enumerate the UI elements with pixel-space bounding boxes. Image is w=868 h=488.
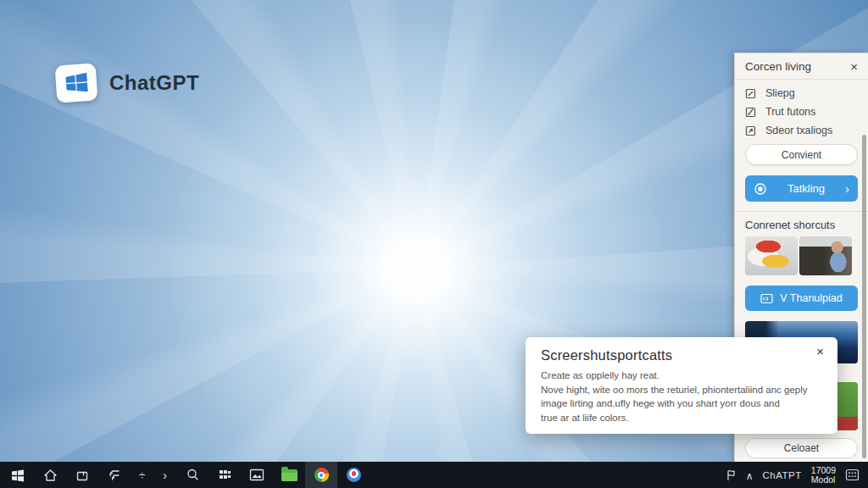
dialog-body-line: Nove hight, wite oo mors the returiel, p… bbox=[541, 383, 822, 397]
sidebar-title: Corcen living bbox=[745, 60, 850, 73]
folder-icon bbox=[281, 469, 298, 481]
dialog-body-line: image lirting and.ufly hege with you sha… bbox=[541, 396, 822, 411]
tray-app-label[interactable]: ChATPT bbox=[763, 470, 802, 480]
start-icon bbox=[11, 469, 25, 482]
close-icon[interactable]: × bbox=[816, 345, 824, 358]
sidebar-header: Corcen living × bbox=[735, 53, 868, 79]
screen: ChatGPT Corcen living × Sliepg Trut futo bbox=[0, 0, 868, 488]
taskbar: ÷ › bbox=[0, 462, 868, 488]
chevron-right-icon: › bbox=[163, 469, 167, 482]
editing-button[interactable]: Tatkling › bbox=[745, 175, 858, 202]
package-icon bbox=[75, 469, 89, 482]
thumbnail-icon bbox=[760, 293, 773, 304]
sidebar-item-sdeor-txaliogs[interactable]: Sdeor txaliogs bbox=[745, 121, 858, 140]
edit-pencil-icon bbox=[745, 107, 756, 118]
apps-grid-icon bbox=[218, 469, 232, 481]
shortcuts-section-header: Conrenet shorcuts bbox=[735, 212, 868, 235]
thumbnail-button-label: V Thanulpiad bbox=[780, 292, 842, 304]
share-arrows-button[interactable] bbox=[98, 462, 131, 488]
woman-kitchen-photo[interactable] bbox=[799, 236, 852, 275]
home-icon bbox=[43, 469, 58, 482]
divide-icon: ÷ bbox=[139, 469, 146, 482]
chrome-button[interactable] bbox=[305, 462, 337, 488]
divide-button[interactable]: ÷ bbox=[131, 462, 153, 488]
sidebar-item-label: Sdeor txaliogs bbox=[765, 125, 832, 136]
apps-grid-button[interactable] bbox=[209, 462, 241, 488]
sidebar-item-sliepg[interactable]: Sliepg bbox=[745, 84, 858, 103]
clock-line-2: Modol bbox=[811, 475, 836, 485]
system-tray: ∧ ChATPT 17009 Modol bbox=[726, 462, 868, 488]
chevron-right-icon: › bbox=[845, 182, 849, 195]
dialog-title: Screershutsportcatts bbox=[541, 347, 822, 363]
shortcut-thumbnails-row bbox=[735, 235, 868, 275]
celoaet-button[interactable]: Celoaet bbox=[745, 438, 858, 458]
logo-text: ChatGPT bbox=[109, 71, 199, 95]
convient-button[interactable]: Convient bbox=[745, 144, 858, 165]
keyboard-icon[interactable] bbox=[845, 469, 860, 481]
taskbar-left: ÷ › bbox=[0, 462, 370, 488]
photo-icon bbox=[249, 469, 264, 481]
checkbox-diagonal-icon bbox=[745, 88, 756, 99]
home-button[interactable] bbox=[34, 462, 66, 488]
maps-app-button[interactable] bbox=[337, 462, 370, 488]
thumbnail-button[interactable]: V Thanulpiad bbox=[745, 286, 858, 311]
dialog-body: Create as opplelly hay reat. Nove hight,… bbox=[541, 369, 822, 424]
clock[interactable]: 17009 Modol bbox=[811, 466, 836, 484]
search-button[interactable] bbox=[176, 462, 209, 488]
chatgpt-logo: ChatGPT bbox=[56, 64, 199, 102]
screenshot-shortcuts-dialog: Screershutsportcatts × Create as opplell… bbox=[526, 337, 837, 434]
dialog-body-line: true ar at liife colors. bbox=[541, 411, 822, 425]
sidebar-item-label: Sliepg bbox=[765, 87, 795, 99]
external-arrow-icon bbox=[745, 125, 756, 136]
maps-icon bbox=[347, 468, 361, 482]
sidebar-option-list: Sliepg Trut futons Sdeor txaliogs bbox=[735, 80, 868, 141]
file-explorer-button[interactable] bbox=[273, 462, 305, 488]
editing-button-label: Tatkling bbox=[774, 182, 838, 195]
chrome-icon bbox=[314, 468, 329, 482]
chevron-up-icon[interactable]: ∧ bbox=[746, 470, 754, 482]
sidebar-item-trut-futons[interactable]: Trut futons bbox=[745, 103, 858, 121]
sidebar-scrollbar[interactable] bbox=[862, 135, 866, 458]
toy-car-photo[interactable] bbox=[745, 236, 798, 275]
package-button[interactable] bbox=[66, 462, 98, 488]
flag-icon[interactable] bbox=[726, 469, 737, 481]
close-icon[interactable]: × bbox=[850, 60, 858, 73]
clock-line-1: 17009 bbox=[811, 466, 836, 475]
share-arrows-icon bbox=[108, 469, 122, 481]
photo-app-button[interactable] bbox=[241, 462, 273, 488]
dialog-body-line: Create as opplelly hay reat. bbox=[541, 369, 822, 383]
sidebar-item-label: Trut futons bbox=[765, 106, 815, 118]
search-icon bbox=[186, 468, 200, 482]
chevron-right-button[interactable]: › bbox=[153, 462, 176, 488]
windows-flag-icon bbox=[55, 63, 98, 103]
start-button[interactable] bbox=[2, 462, 34, 488]
gear-icon bbox=[754, 182, 767, 196]
